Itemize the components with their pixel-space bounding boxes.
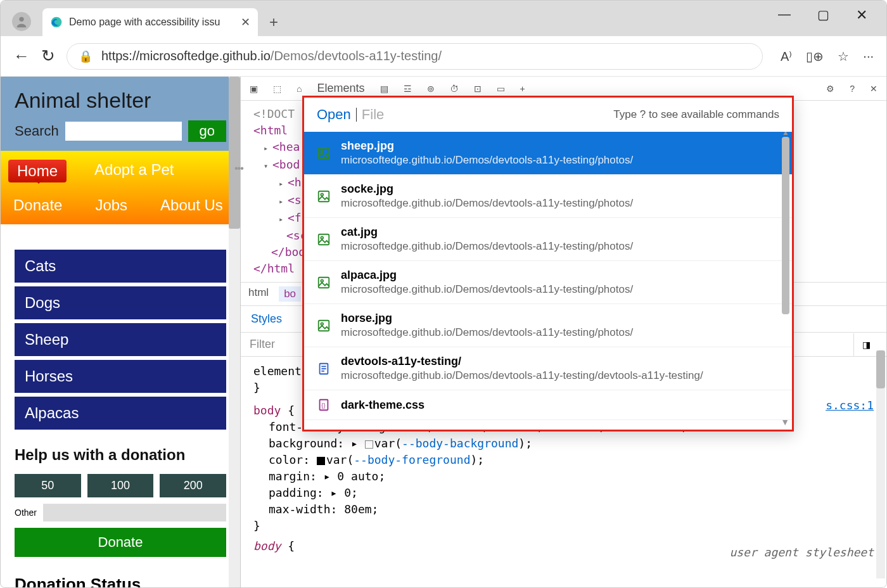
svg-point-7 <box>321 236 323 239</box>
main-nav: Home Adopt a Pet Donate Jobs About Us <box>1 151 240 224</box>
maximize-button[interactable]: ▢ <box>817 7 829 23</box>
donation-heading: Help us with a donation <box>15 446 226 464</box>
reader-icon[interactable]: ▯⊕ <box>806 49 824 64</box>
svg-text:{}: {} <box>321 402 325 409</box>
network-icon[interactable]: ⊚ <box>427 84 435 94</box>
svg-rect-4 <box>319 191 329 201</box>
more-icon[interactable]: ··· <box>863 49 874 63</box>
new-tab-button[interactable]: + <box>269 13 278 31</box>
svg-rect-10 <box>319 320 329 331</box>
favorite-icon[interactable]: ☆ <box>838 49 849 64</box>
back-button[interactable]: ← <box>13 46 30 66</box>
welcome-icon[interactable]: ⌂ <box>297 84 302 94</box>
go-button[interactable]: go <box>188 120 226 142</box>
palette-result[interactable]: {}dark-theme.css <box>304 390 792 420</box>
user-agent-label: user agent stylesheet <box>729 544 874 561</box>
console-icon[interactable]: ▤ <box>380 84 388 94</box>
nav-adopt[interactable]: Adopt a Pet <box>89 160 179 182</box>
palette-result[interactable]: sheep.jpgmicrosoftedge.github.io/Demos/d… <box>304 132 792 175</box>
devtools-scrollbar[interactable] <box>876 350 885 578</box>
category-cats[interactable]: Cats <box>15 250 226 283</box>
url-box[interactable]: 🔒 https://microsoftedge.github.io/Demos/… <box>67 43 763 70</box>
nav-donate[interactable]: Donate <box>8 195 67 215</box>
tab-title: Demo page with accessibility issu <box>69 16 234 28</box>
application-icon[interactable]: ▭ <box>497 84 505 94</box>
refresh-button[interactable]: ↻ <box>41 46 55 66</box>
device-icon[interactable]: ⬚ <box>273 84 281 94</box>
donate-button[interactable]: Donate <box>15 528 226 557</box>
palette-result[interactable]: cat.jpgmicrosoftedge.github.io/Demos/dev… <box>304 218 792 261</box>
svg-point-9 <box>321 279 323 282</box>
amount-200[interactable]: 200 <box>160 474 226 497</box>
command-palette: Open File Type ? to see available comman… <box>302 96 794 431</box>
styles-tab[interactable]: Styles <box>251 312 282 326</box>
settings-icon[interactable]: ⚙ <box>826 84 834 94</box>
browser-tab[interactable]: Demo page with accessibility issu ✕ <box>42 8 258 36</box>
dom-more-icon[interactable]: ••• <box>234 163 243 174</box>
search-input[interactable] <box>65 122 182 141</box>
amount-100[interactable]: 100 <box>87 474 154 497</box>
nav-jobs[interactable]: Jobs <box>90 195 132 215</box>
other-label: Other <box>15 508 37 518</box>
help-icon[interactable]: ? <box>850 84 855 94</box>
url-host: https://microsoftedge.github.io <box>101 49 271 63</box>
category-sheep[interactable]: Sheep <box>15 323 226 356</box>
svg-rect-2 <box>319 148 329 158</box>
category-horses[interactable]: Horses <box>15 360 226 393</box>
other-amount-input[interactable] <box>43 504 226 521</box>
profile-avatar[interactable] <box>12 12 31 31</box>
read-aloud-icon[interactable]: A⁾ <box>781 49 792 64</box>
palette-open-label: Open <box>317 106 351 123</box>
nav-home[interactable]: Home <box>8 160 67 182</box>
category-dogs[interactable]: Dogs <box>15 286 226 319</box>
nav-about[interactable]: About Us <box>155 195 228 215</box>
svg-rect-8 <box>319 277 329 288</box>
lock-icon: 🔒 <box>79 49 93 63</box>
performance-icon[interactable]: ⏱ <box>450 84 459 94</box>
search-label: Search <box>15 123 59 139</box>
palette-result[interactable]: devtools-a11y-testing/microsoftedge.gith… <box>304 347 792 390</box>
palette-hint: Type ? to see available commands <box>613 108 779 121</box>
svg-point-5 <box>321 193 323 196</box>
url-path: /Demos/devtools-a11y-testing/ <box>271 49 442 63</box>
window-close-button[interactable]: ✕ <box>856 7 867 23</box>
palette-result[interactable]: horse.jpgmicrosoftedge.github.io/Demos/d… <box>304 304 792 347</box>
memory-icon[interactable]: ⊡ <box>474 84 482 94</box>
palette-placeholder[interactable]: File <box>362 106 384 123</box>
donation-status-heading: Donation Status <box>15 575 226 588</box>
inspect-icon[interactable]: ▣ <box>250 84 258 94</box>
issues-icon[interactable]: ☲ <box>404 84 412 94</box>
svg-point-3 <box>321 150 323 153</box>
palette-result[interactable]: alpaca.jpgmicrosoftedge.github.io/Demos/… <box>304 261 792 304</box>
window-titlebar: Demo page with accessibility issu ✕ + — … <box>1 1 886 36</box>
minimize-button[interactable]: — <box>778 7 791 23</box>
more-tabs-icon[interactable]: + <box>520 84 525 94</box>
svg-point-0 <box>19 17 23 22</box>
close-tab-icon[interactable]: ✕ <box>241 15 250 29</box>
page-scrollbar[interactable] <box>229 77 240 588</box>
palette-result[interactable]: socke.jpgmicrosoftedge.github.io/Demos/d… <box>304 175 792 218</box>
devtools-close-icon[interactable]: ✕ <box>870 84 877 94</box>
palette-scrollbar[interactable] <box>782 137 789 314</box>
edge-icon <box>50 16 63 29</box>
svg-point-11 <box>321 323 323 325</box>
webpage-viewport: Animal shelter Search go Home Adopt a Pe… <box>1 77 240 588</box>
page-title: Animal shelter <box>15 88 226 113</box>
stylesheet-link[interactable]: s.css:1 <box>826 397 874 414</box>
elements-tab[interactable]: Elements <box>317 82 364 95</box>
amount-50[interactable]: 50 <box>15 474 81 497</box>
category-alpacas[interactable]: Alpacas <box>15 397 226 430</box>
address-bar: ← ↻ 🔒 https://microsoftedge.github.io/De… <box>1 36 886 77</box>
svg-rect-6 <box>319 234 329 245</box>
toggle-sidebar-icon[interactable]: ◨ <box>853 333 879 356</box>
palette-results: ▲ ▼ sheep.jpgmicrosoftedge.github.io/Dem… <box>304 132 792 430</box>
